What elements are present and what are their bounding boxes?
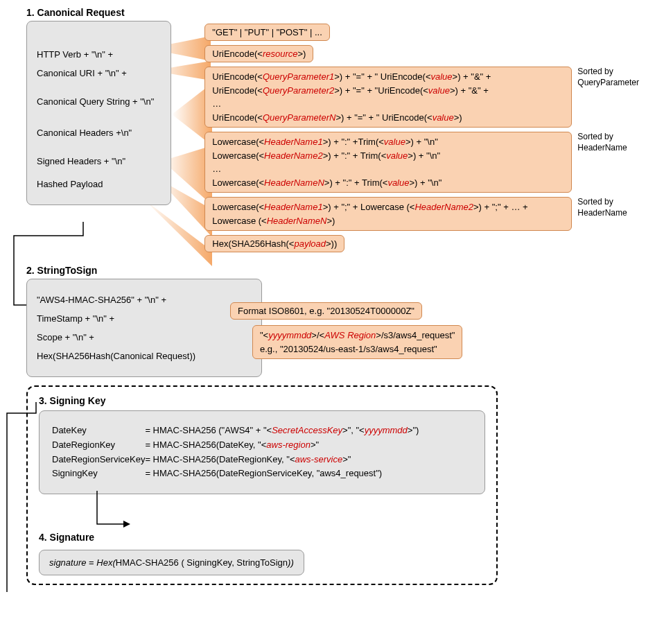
p: HeaderName2 <box>264 150 323 161</box>
t: >) + "=" + "UriEncode(< <box>334 85 428 96</box>
p: yyyymmdd <box>268 330 311 340</box>
t: >) + ":" + Trim(< <box>323 150 387 161</box>
key: SigningKey <box>52 467 145 481</box>
ellipsis: … <box>212 97 564 111</box>
signed-headers-label: Signed Headers + "\n" <box>37 156 161 166</box>
http-verb-label: HTTP Verb + "\n" + <box>37 49 161 60</box>
table-row: DateRegionServiceKey= HMAC-SHA256(DateRe… <box>52 453 419 467</box>
table-row: SigningKey= HMAC-SHA256(DateRegionServic… <box>52 467 419 481</box>
t: >) <box>326 216 335 226</box>
p: HeaderName1 <box>264 202 323 212</box>
signing-key-table: DateKey= HMAC-SHA256 ("AWS4" + "<SecretA… <box>52 424 419 481</box>
headers-callout: Lowercase(<HeaderName1>) + ":" +Trim(<va… <box>204 132 572 193</box>
signing-key-box: DateKey= HMAC-SHA256 ("AWS4" + "<SecretA… <box>39 410 485 494</box>
t: >) + "\n" <box>405 137 438 147</box>
section-2-title: 2. StringToSign <box>26 265 639 276</box>
key: DateRegionKey <box>52 438 145 453</box>
uri-encode-callout: UriEncode(<resource>) <box>204 45 313 62</box>
hashed-payload-label: Hashed Payload <box>37 179 161 189</box>
p: value <box>384 137 405 147</box>
dashed-container: 3. Signing Key DateKey= HMAC-SHA256 ("AW… <box>26 385 498 585</box>
query-params-callout: UriEncode(<QueryParameter1>) + "=" + " U… <box>204 67 572 128</box>
t: = <box>86 557 96 568</box>
ellipsis: … <box>212 162 564 176</box>
p: HeaderNameN <box>264 177 324 188</box>
p: payload <box>294 238 326 249</box>
sort-note-qp: Sorted by QueryParameter <box>577 67 639 88</box>
signature-box: signature = Hex(HMAC-SHA256 ( SigningKey… <box>39 550 304 575</box>
section-3-title: 3. Signing Key <box>39 395 485 406</box>
alg-label: "AWS4-HMAC-SHA256" + "\n" + <box>37 295 252 305</box>
key: DateRegionServiceKey <box>52 453 145 467</box>
table-row: DateRegionKey= HMAC-SHA256(DateKey, "<aw… <box>52 438 419 453</box>
t: Lowercase(< <box>212 202 264 212</box>
canonical-headers-label: Canonical Headers +\n" <box>37 128 161 138</box>
sort-note-hdr: Sorted by HeaderName <box>577 132 627 153</box>
t: UriEncode(< <box>212 112 263 123</box>
p: QueryParameter2 <box>263 85 334 96</box>
t: Hex( <box>96 557 115 568</box>
t: >) <box>454 112 462 123</box>
scope-label: Scope + "\n" + <box>37 332 252 342</box>
param: resource <box>263 49 298 59</box>
canonical-uri-label: Canonical URI + "\n" + <box>37 68 161 78</box>
t: >) + ";" + Lowercase (< <box>323 202 415 212</box>
arrow-icon <box>90 491 132 532</box>
hash-payload-callout: Hex(SHA256Hash(<payload>)) <box>204 235 344 252</box>
scope-callout: "<yyyymmdd>/<AWS Region>/s3/aws4_request… <box>252 325 462 359</box>
http-verbs-callout: "GET" | "PUT" | "POST" | ... <box>204 24 329 41</box>
key: DateKey <box>52 424 145 438</box>
t: )) <box>288 557 294 568</box>
wedge-icon <box>144 200 212 266</box>
t: Lowercase(< <box>212 177 264 188</box>
text: UriEncode(< <box>212 49 263 59</box>
p: QueryParameterN <box>263 112 335 123</box>
p: yyyymmdd <box>365 425 408 435</box>
svg-marker-8 <box>123 521 130 528</box>
t: >/s3/aws4_request" <box>376 330 455 340</box>
section-4-title: 4. Signature <box>39 532 485 543</box>
t: >") <box>408 425 419 435</box>
timestamp-label: TimeStamp + "\n" + <box>37 313 252 324</box>
signed-headers-callout: Lowercase(<HeaderName1>) + ";" + Lowerca… <box>204 197 572 231</box>
p: value <box>428 85 450 96</box>
hex-label: Hex(SHA256Hash(Canonical Request)) <box>37 351 252 361</box>
t: Lowercase(< <box>212 150 264 161</box>
p: HeaderName2 <box>414 202 473 212</box>
p: HeaderNameN <box>267 216 327 226</box>
t: = HMAC-SHA256(DateKey, "< <box>145 440 266 450</box>
p: SecretAccessKey <box>272 425 342 435</box>
t: >) + ":" +Trim(< <box>323 137 384 147</box>
t: >" <box>311 440 319 450</box>
p: QueryParameter1 <box>263 71 334 82</box>
sig-var: signature <box>49 557 86 568</box>
section-1-title: 1. Canonical Request <box>26 7 639 18</box>
canonical-query-label: Canonical Query String + "\n" <box>37 96 161 107</box>
scope-example: e.g., "20130524/us-east-1/s3/aws4_reques… <box>260 342 455 356</box>
iso-callout: Format ISO8601, e.g. "20130524T000000Z" <box>230 302 422 320</box>
section-1: 1. Canonical Request HTTP Verb + "\n" + … <box>26 7 639 256</box>
section-2: 2. StringToSign "AWS4-HMAC-SHA256" + "\n… <box>26 265 639 377</box>
t: UriEncode(< <box>212 71 263 82</box>
t: "< <box>260 330 268 340</box>
t: >) + "=" + " UriEncode(< <box>335 112 432 123</box>
p: HeaderName1 <box>264 137 323 147</box>
t: UriEncode(< <box>212 85 263 96</box>
t: HMAC-SHA256 ( SigningKey, StringToSign <box>116 557 288 568</box>
p: value <box>430 71 452 82</box>
p: value <box>386 150 408 161</box>
t: >) + "=" + " UriEncode(< <box>334 71 430 82</box>
t: Hex(SHA256Hash(< <box>212 238 294 249</box>
svg-marker-5 <box>144 200 212 266</box>
text: >) <box>298 49 306 59</box>
sort-note-sh: Sorted by HeaderName <box>577 197 627 218</box>
p: aws-service <box>295 454 343 464</box>
t: Lowercase(< <box>212 137 264 147</box>
t: = HMAC-SHA256(DateRegionKey, "< <box>145 454 295 464</box>
t: = HMAC-SHA256(DateRegionServiceKey, "aws… <box>145 467 419 481</box>
p: aws-region <box>266 440 311 450</box>
t: >/< <box>311 330 324 340</box>
t: >) + "&" + <box>450 85 489 96</box>
t: >) + "\n" <box>408 150 440 161</box>
p: value <box>433 112 454 123</box>
